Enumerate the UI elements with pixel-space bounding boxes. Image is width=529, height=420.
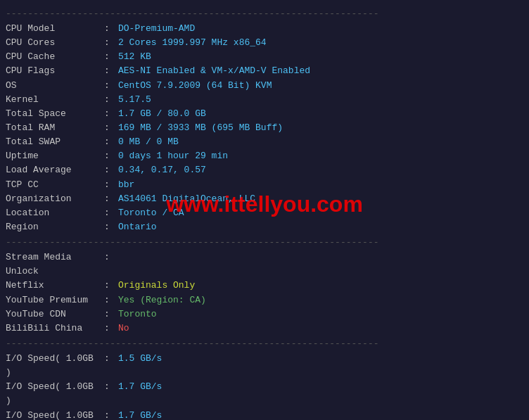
colon-total-space: : <box>104 107 118 121</box>
value-io-3: 1.7 GB/s <box>118 409 162 420</box>
system-section: CPU Model : DO-Premium-AMD CPU Cores : 2… <box>6 22 523 234</box>
divider-io: ----------------------------------------… <box>6 338 523 349</box>
colon-cpu-model: : <box>104 22 118 36</box>
label-total-space: Total Space <box>6 107 104 121</box>
label-netflix: Netflix <box>6 279 104 293</box>
value-io-1: 1.5 GB/s <box>118 352 162 380</box>
row-cpu-model: CPU Model : DO-Premium-AMD <box>6 22 523 36</box>
row-cpu-cache: CPU Cache : 512 KB <box>6 50 523 64</box>
value-total-swap: 0 MB / 0 MB <box>118 135 179 149</box>
value-load-average: 0.34, 0.17, 0.57 <box>118 163 206 177</box>
row-youtube-cdn: YouTube CDN : Toronto <box>6 307 523 322</box>
divider-top: ----------------------------------------… <box>6 8 523 19</box>
value-organization: AS14061 DigitalOcean, LLC <box>118 192 255 206</box>
value-cpu-model: DO-Premium-AMD <box>118 22 195 36</box>
label-uptime: Uptime <box>6 149 104 163</box>
label-io-3: I/O Speed( 1.0GB ) <box>6 409 104 420</box>
colon-tcp-cc: : <box>104 178 118 192</box>
row-total-space: Total Space : 1.7 GB / 80.0 GB <box>6 107 523 121</box>
colon-uptime: : <box>104 149 118 163</box>
label-kernel: Kernel <box>6 93 104 107</box>
label-total-ram: Total RAM <box>6 121 104 135</box>
label-stream-media: Stream Media Unlock <box>6 250 104 279</box>
value-bilibili: No <box>118 322 129 336</box>
row-load-average: Load Average : 0.34, 0.17, 0.57 <box>6 163 523 177</box>
row-io-1: I/O Speed( 1.0GB ) : 1.5 GB/s <box>6 352 523 380</box>
value-tcp-cc: bbr <box>118 178 134 192</box>
colon-io-2: : <box>104 380 118 408</box>
value-uptime: 0 days 1 hour 29 min <box>118 149 228 163</box>
label-io-1: I/O Speed( 1.0GB ) <box>6 352 104 380</box>
label-location: Location <box>6 206 104 220</box>
row-uptime: Uptime : 0 days 1 hour 29 min <box>6 149 523 163</box>
colon-region: : <box>104 220 118 234</box>
row-total-swap: Total SWAP : 0 MB / 0 MB <box>6 135 523 149</box>
value-total-space: 1.7 GB / 80.0 GB <box>118 107 206 121</box>
divider-stream: ----------------------------------------… <box>6 237 523 248</box>
value-total-ram: 169 MB / 3933 MB (695 MB Buff) <box>118 121 283 135</box>
colon-youtube-cdn: : <box>104 307 118 322</box>
colon-io-3: : <box>104 409 118 420</box>
row-os: OS : CentOS 7.9.2009 (64 Bit) KVM <box>6 79 523 93</box>
value-youtube-cdn: Toronto <box>118 307 157 322</box>
label-bilibili: BiliBili China <box>6 322 104 336</box>
colon-total-ram: : <box>104 121 118 135</box>
label-tcp-cc: TCP CC <box>6 178 104 192</box>
row-tcp-cc: TCP CC : bbr <box>6 178 523 192</box>
row-stream-header: Stream Media Unlock : <box>6 250 523 279</box>
row-kernel: Kernel : 5.17.5 <box>6 93 523 107</box>
colon-youtube-premium: : <box>104 293 118 307</box>
value-os: CentOS 7.9.2009 (64 Bit) KVM <box>118 79 272 93</box>
colon-cpu-flags: : <box>104 64 118 78</box>
row-io-2: I/O Speed( 1.0GB ) : 1.7 GB/s <box>6 380 523 408</box>
value-io-2: 1.7 GB/s <box>118 380 162 408</box>
row-organization: Organization : AS14061 DigitalOcean, LLC <box>6 192 523 206</box>
colon-bilibili: : <box>104 322 118 336</box>
row-youtube-premium: YouTube Premium : Yes (Region: CA) <box>6 293 523 307</box>
main-container: ----------------------------------------… <box>6 8 523 420</box>
value-location: Toronto / CA <box>118 206 184 220</box>
row-region: Region : Ontario <box>6 220 523 234</box>
value-youtube-premium: Yes (Region: CA) <box>118 293 206 307</box>
label-cpu-cores: CPU Cores <box>6 36 104 50</box>
label-os: OS <box>6 79 104 93</box>
colon-io-1: : <box>104 352 118 380</box>
colon-netflix: : <box>104 279 118 293</box>
colon-location: : <box>104 206 118 220</box>
colon-load-average: : <box>104 163 118 177</box>
label-cpu-model: CPU Model <box>6 22 104 36</box>
value-netflix: Originals Only <box>118 279 195 293</box>
label-region: Region <box>6 220 104 234</box>
label-cpu-cache: CPU Cache <box>6 50 104 64</box>
row-netflix: Netflix : Originals Only <box>6 279 523 293</box>
label-io-2: I/O Speed( 1.0GB ) <box>6 380 104 408</box>
colon-cpu-cache: : <box>104 50 118 64</box>
label-load-average: Load Average <box>6 163 104 177</box>
io-section: I/O Speed( 1.0GB ) : 1.5 GB/s I/O Speed(… <box>6 352 523 420</box>
stream-section: Stream Media Unlock : Netflix : Original… <box>6 250 523 336</box>
row-total-ram: Total RAM : 169 MB / 3933 MB (695 MB Buf… <box>6 121 523 135</box>
label-total-swap: Total SWAP <box>6 135 104 149</box>
row-bilibili: BiliBili China : No <box>6 322 523 336</box>
value-kernel: 5.17.5 <box>118 93 151 107</box>
colon-organization: : <box>104 192 118 206</box>
colon-os: : <box>104 79 118 93</box>
row-cpu-flags: CPU Flags : AES-NI Enabled & VM-x/AMD-V … <box>6 64 523 78</box>
colon-cpu-cores: : <box>104 36 118 50</box>
label-youtube-premium: YouTube Premium <box>6 293 104 307</box>
value-cpu-cache: 512 KB <box>118 50 151 64</box>
row-location: Location : Toronto / CA <box>6 206 523 220</box>
label-organization: Organization <box>6 192 104 206</box>
value-cpu-flags: AES-NI Enabled & VM-x/AMD-V Enabled <box>118 64 310 78</box>
colon-total-swap: : <box>104 135 118 149</box>
row-cpu-cores: CPU Cores : 2 Cores 1999.997 MHz x86_64 <box>6 36 523 50</box>
value-cpu-cores: 2 Cores 1999.997 MHz x86_64 <box>118 36 267 50</box>
row-io-3: I/O Speed( 1.0GB ) : 1.7 GB/s <box>6 409 523 420</box>
colon-kernel: : <box>104 93 118 107</box>
label-cpu-flags: CPU Flags <box>6 64 104 78</box>
colon-stream: : <box>104 250 118 279</box>
label-youtube-cdn: YouTube CDN <box>6 307 104 322</box>
value-region: Ontario <box>118 220 157 234</box>
